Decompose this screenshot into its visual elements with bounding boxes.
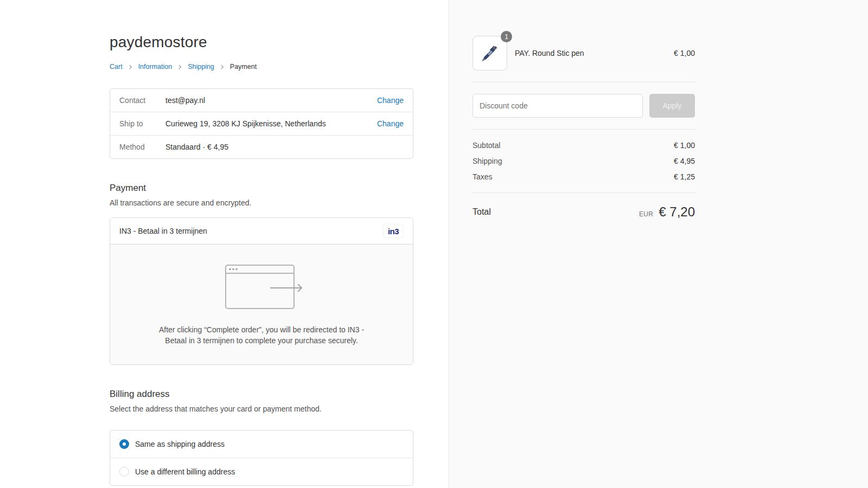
shipping-value: € 4,95 — [674, 157, 695, 165]
in3-logo-icon: in3 — [383, 224, 404, 238]
contact-label: Contact — [119, 96, 165, 105]
billing-title: Billing address — [110, 389, 413, 400]
order-summary-sidebar: 1 PAY. Round Stic pen € 1,00 Apply Subto… — [449, 0, 868, 488]
total-label: Total — [473, 207, 491, 217]
shipping-line: Shipping € 4,95 — [473, 157, 695, 165]
breadcrumb-cart[interactable]: Cart — [110, 63, 123, 70]
change-contact-link[interactable]: Change — [377, 96, 404, 105]
taxes-value: € 1,25 — [674, 172, 695, 181]
taxes-label: Taxes — [473, 172, 493, 181]
order-review-box: Contact test@pay.nl Change Ship to Curie… — [110, 88, 413, 159]
chevron-right-icon — [220, 65, 225, 69]
contact-value: test@pay.nl — [165, 96, 377, 105]
billing-section: Billing address Select the address that … — [110, 389, 413, 486]
discount-code-input[interactable] — [473, 94, 643, 118]
payment-subtitle: All transactions are secure and encrypte… — [110, 198, 413, 207]
discount-row: Apply — [473, 94, 695, 118]
grand-total-line: Total EUR € 7,20 — [473, 204, 695, 220]
divider — [473, 129, 695, 130]
browser-redirect-icon — [216, 262, 307, 313]
cart-line-item: 1 PAY. Round Stic pen € 1,00 — [473, 36, 695, 70]
redirect-instructions: After clicking “Complete order”, you wil… — [158, 324, 365, 346]
ship-to-value: Curieweg 19, 3208 KJ Spijkenisse, Nether… — [165, 119, 377, 128]
subtotal-value: € 1,00 — [674, 141, 695, 150]
pen-product-image — [477, 40, 503, 66]
billing-option-different-address[interactable]: Use a different billing address — [110, 458, 413, 485]
subtotal-line: Subtotal € 1,00 — [473, 141, 695, 150]
shipping-label: Shipping — [473, 157, 502, 165]
product-name: PAY. Round Stic pen — [515, 49, 674, 57]
method-label: Method — [119, 143, 165, 151]
subtotal-label: Subtotal — [473, 141, 500, 150]
product-thumbnail: 1 — [473, 36, 507, 70]
divider — [473, 82, 695, 82]
breadcrumb-shipping[interactable]: Shipping — [188, 63, 214, 70]
change-shipping-link[interactable]: Change — [377, 119, 404, 128]
apply-discount-button[interactable]: Apply — [649, 94, 695, 118]
review-row-contact: Contact test@pay.nl Change — [110, 89, 413, 112]
method-value: Standaard · € 4,95 — [165, 143, 404, 151]
product-price: € 1,00 — [674, 49, 695, 57]
total-currency: EUR — [639, 210, 653, 218]
billing-option-same-address[interactable]: Same as shipping address — [110, 431, 413, 458]
payment-method-row[interactable]: IN3 - Betaal in 3 termijnen in3 — [110, 218, 413, 244]
quantity-badge: 1 — [501, 31, 512, 42]
chevron-right-icon — [128, 65, 133, 69]
payment-redirect-panel: After clicking “Complete order”, you wil… — [110, 244, 413, 364]
billing-options-box: Same as shipping address Use a different… — [110, 430, 413, 486]
payment-title: Payment — [110, 183, 413, 194]
checkout-main: paydemostore Cart Information Shipping P… — [0, 0, 449, 488]
divider — [473, 192, 695, 193]
total-value: € 7,20 — [659, 204, 695, 220]
payment-method-name: IN3 - Betaal in 3 termijnen — [119, 227, 207, 235]
review-row-method: Method Standaard · € 4,95 — [110, 135, 413, 158]
radio-selected-icon[interactable] — [119, 439, 129, 449]
radio-unselected-icon[interactable] — [119, 467, 129, 477]
billing-subtitle: Select the address that matches your car… — [110, 404, 413, 413]
breadcrumb: Cart Information Shipping Payment — [110, 63, 413, 70]
taxes-line: Taxes € 1,25 — [473, 172, 695, 181]
breadcrumb-information[interactable]: Information — [138, 63, 173, 70]
payment-section: Payment All transactions are secure and … — [110, 183, 413, 365]
chevron-right-icon — [177, 65, 182, 69]
review-row-ship-to: Ship to Curieweg 19, 3208 KJ Spijkenisse… — [110, 112, 413, 135]
cost-summary: Subtotal € 1,00 Shipping € 4,95 Taxes € … — [473, 141, 695, 181]
breadcrumb-payment: Payment — [230, 63, 257, 70]
billing-option-label: Use a different billing address — [135, 467, 235, 476]
store-title: paydemostore — [110, 34, 413, 51]
payment-method-box: IN3 - Betaal in 3 termijnen in3 — [110, 217, 413, 365]
ship-to-label: Ship to — [119, 119, 165, 128]
billing-option-label: Same as shipping address — [135, 440, 225, 448]
